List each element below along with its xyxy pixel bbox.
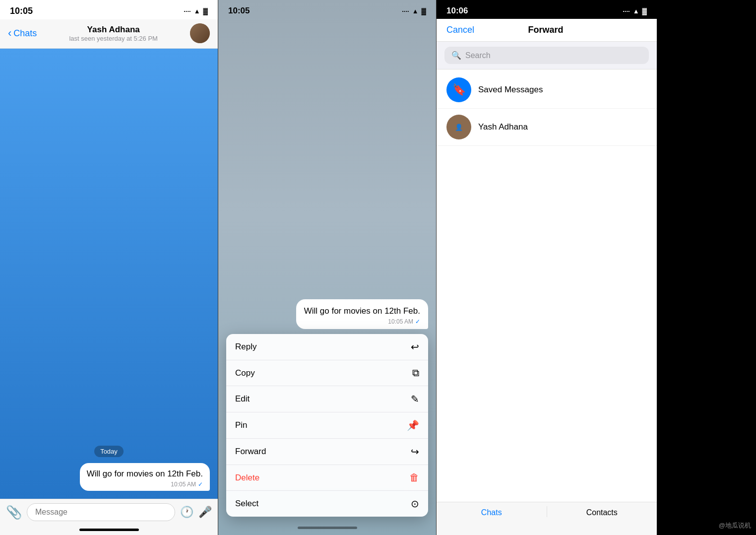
saved-messages-name: Saved Messages bbox=[478, 85, 543, 95]
context-pin-label: Pin bbox=[235, 420, 248, 430]
saved-messages-avatar-icon: 🔖 bbox=[452, 83, 466, 96]
signal-icon-1: ···· bbox=[184, 7, 190, 15]
signal-icon-3: ···· bbox=[623, 7, 630, 15]
saved-messages-avatar: 🔖 bbox=[446, 77, 471, 102]
context-delete-label: Delete bbox=[235, 473, 259, 483]
message-check-mid: ✓ bbox=[415, 318, 420, 325]
date-pill: Today bbox=[94, 446, 124, 457]
back-chevron-icon: ‹ bbox=[8, 28, 11, 39]
time-1: 10:05 bbox=[10, 6, 33, 16]
status-icons-3: ···· ▲ ▓ bbox=[623, 7, 647, 15]
message-bubble-1[interactable]: Will go for movies on 12th Feb. 10:05 AM… bbox=[80, 463, 210, 491]
status-icons-1: ···· ▲ ▓ bbox=[184, 7, 208, 15]
context-menu: Reply ↩ Copy ⧉ Edit ✎ Pin 📌 Forward ↪ De… bbox=[226, 334, 428, 517]
status-bar-2: 10:05 ···· ▲ ▓ bbox=[218, 0, 436, 19]
status-icons-2: ···· ▲ ▓ bbox=[402, 7, 426, 15]
emoji-icon[interactable]: 🕐 bbox=[180, 506, 193, 519]
message-bubble-mid: Will go for movies on 12th Feb. 10:05 AM… bbox=[296, 299, 428, 329]
context-delete-icon: 🗑 bbox=[409, 472, 419, 483]
context-select-icon: ⊙ bbox=[411, 498, 419, 510]
search-placeholder: Search bbox=[465, 51, 491, 60]
yash-adhana-item[interactable]: 👤 Yash Adhana bbox=[437, 109, 657, 146]
context-copy[interactable]: Copy ⧉ bbox=[226, 360, 428, 386]
back-label: Chats bbox=[13, 28, 37, 39]
phone3-forward-screen: 10:06 ···· ▲ ▓ Cancel Forward 🔍 Search 🔖… bbox=[437, 0, 657, 535]
chat-header-1: ‹ Chats Yash Adhana last seen yesterday … bbox=[0, 19, 218, 49]
time-2: 10:05 bbox=[228, 6, 250, 16]
yash-name: Yash Adhana bbox=[478, 122, 528, 132]
message-meta-1: 10:05 AM ✓ bbox=[87, 481, 203, 488]
context-forward-label: Forward bbox=[235, 447, 266, 457]
tab-chats[interactable]: Chats bbox=[437, 502, 547, 521]
context-reply-label: Reply bbox=[235, 342, 256, 352]
context-select-label: Select bbox=[235, 499, 258, 509]
yash-avatar: 👤 bbox=[446, 115, 471, 139]
context-delete[interactable]: Delete 🗑 bbox=[226, 465, 428, 491]
message-input[interactable] bbox=[27, 503, 175, 521]
chat-body-1: Today Will go for movies on 12th Feb. 10… bbox=[0, 49, 218, 499]
message-check-1: ✓ bbox=[198, 481, 203, 488]
battery-icon-2: ▓ bbox=[422, 7, 426, 15]
phone2-context-menu-screen: 10:05 ···· ▲ ▓ Will go for movies on 12t… bbox=[218, 0, 437, 535]
battery-icon-3: ▓ bbox=[642, 7, 647, 15]
context-copy-icon: ⧉ bbox=[412, 367, 419, 379]
saved-messages-item[interactable]: 🔖 Saved Messages bbox=[437, 71, 657, 109]
wifi-icon-3: ▲ bbox=[633, 7, 639, 15]
forward-title: Forward bbox=[528, 25, 564, 35]
context-pin[interactable]: Pin 📌 bbox=[226, 412, 428, 439]
context-pin-icon: 📌 bbox=[407, 419, 419, 431]
context-reply[interactable]: Reply ↩ bbox=[226, 334, 428, 360]
message-text-1: Will go for movies on 12th Feb. bbox=[87, 468, 203, 480]
forward-contact-list: 🔖 Saved Messages 👤 Yash Adhana bbox=[437, 69, 657, 502]
date-label: Today bbox=[8, 446, 210, 457]
search-icon: 🔍 bbox=[451, 51, 461, 60]
watermark: @地瓜说机 bbox=[719, 521, 751, 530]
cancel-button[interactable]: Cancel bbox=[446, 25, 474, 35]
context-forward-icon: ↪ bbox=[411, 446, 419, 458]
home-bar-2 bbox=[218, 527, 436, 535]
message-time-1: 10:05 AM bbox=[171, 481, 196, 488]
tab-chats-label: Chats bbox=[481, 508, 502, 517]
message-text-mid: Will go for movies on 12th Feb. bbox=[304, 305, 420, 317]
context-reply-icon: ↩ bbox=[411, 341, 419, 353]
search-bar-container: 🔍 Search bbox=[437, 42, 657, 69]
tab-contacts[interactable]: Contacts bbox=[547, 502, 657, 521]
context-select[interactable]: Select ⊙ bbox=[226, 491, 428, 517]
status-bar-1: 10:05 ···· ▲ ▓ bbox=[0, 0, 218, 19]
message-time-mid: 10:05 AM bbox=[388, 318, 413, 325]
yash-avatar-image: 👤 bbox=[455, 124, 463, 131]
home-indicator-1 bbox=[79, 529, 139, 531]
signal-icon-2: ···· bbox=[402, 7, 409, 15]
home-bar-line-2 bbox=[298, 527, 357, 529]
search-bar[interactable]: 🔍 Search bbox=[444, 47, 649, 64]
context-edit[interactable]: Edit ✎ bbox=[226, 386, 428, 412]
wifi-icon-1: ▲ bbox=[194, 7, 200, 15]
mic-icon[interactable]: 🎤 bbox=[198, 506, 212, 519]
tab-contacts-label: Contacts bbox=[586, 508, 618, 517]
status-bar-3: 10:06 ···· ▲ ▓ bbox=[437, 0, 657, 19]
avatar-1[interactable] bbox=[190, 23, 210, 43]
battery-icon-1: ▓ bbox=[203, 7, 208, 15]
chat-header-center: Yash Adhana last seen yesterday at 5:26 … bbox=[41, 25, 186, 42]
contact-name: Yash Adhana bbox=[41, 25, 186, 35]
attachment-icon[interactable]: 📎 bbox=[6, 505, 22, 520]
context-forward[interactable]: Forward ↪ bbox=[226, 439, 428, 465]
contact-status: last seen yesterday at 5:26 PM bbox=[41, 35, 186, 42]
context-edit-label: Edit bbox=[235, 394, 250, 404]
wifi-icon-2: ▲ bbox=[412, 7, 419, 15]
avatar-image-1 bbox=[190, 23, 210, 43]
time-3: 10:06 bbox=[446, 6, 468, 16]
back-button[interactable]: ‹ Chats bbox=[8, 28, 37, 39]
phone1-chat-screen: 10:05 ···· ▲ ▓ ‹ Chats Yash Adhana last … bbox=[0, 0, 218, 535]
context-copy-label: Copy bbox=[235, 368, 255, 378]
forward-tab-bar: Chats Contacts bbox=[437, 502, 657, 535]
context-edit-icon: ✎ bbox=[411, 393, 419, 405]
forward-nav: Cancel Forward bbox=[437, 19, 657, 42]
message-meta-mid: 10:05 AM ✓ bbox=[304, 318, 420, 325]
phone2-content: Will go for movies on 12th Feb. 10:05 AM… bbox=[218, 19, 436, 527]
